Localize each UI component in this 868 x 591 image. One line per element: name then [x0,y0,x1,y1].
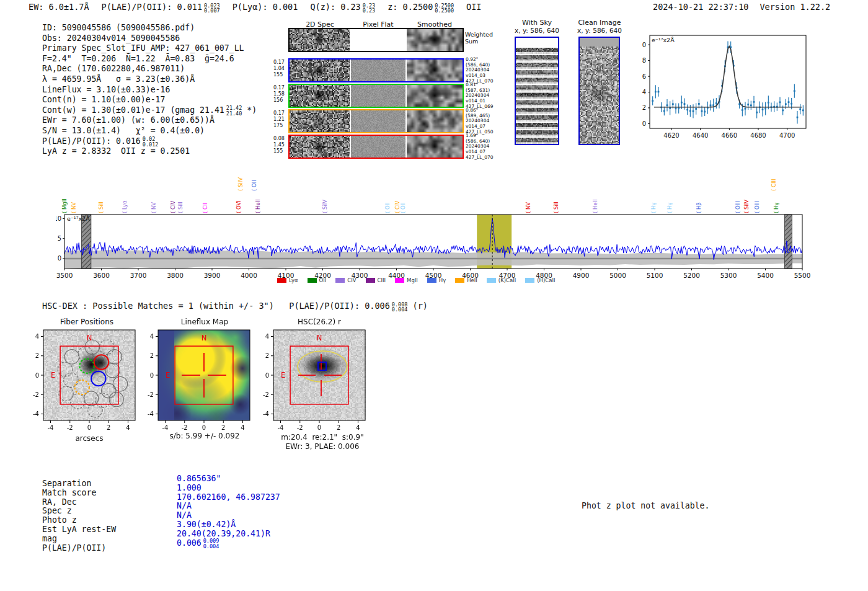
x-tick-label: 0 [202,424,206,431]
data-point [698,103,700,105]
summary-text: OII [466,2,481,12]
data-point [779,101,781,103]
spectrum-legend: LyαOIICIVCIIIMgIIHγHeII(K)CaII(H)CaII [277,277,564,283]
data-point [658,91,660,92]
data-point [684,103,686,105]
spec2d-cell-image [290,85,350,107]
x-tick-label: 2 [337,424,340,431]
spec2d-cell-image [351,110,405,132]
emission-line-label: ( Hβ [696,202,702,213]
east-label: E [281,371,285,380]
data-point [747,104,749,105]
legend-swatch [395,278,404,283]
emission-line-label: ( Lyα [122,200,128,213]
data-point [753,101,755,103]
photz-note: Phot z plot not available. [582,501,709,510]
match-value-text: 0.865636" [177,474,221,483]
fiber-weight-labels: 0.081.45155 [273,136,286,154]
x-tick-label: 4 [241,424,244,431]
selected-fiber-circle [91,371,105,386]
emission-line-label: ( Hγ [666,203,673,213]
spec2d-cell-image [407,60,463,81]
emission-line-label: ( OIII [735,201,741,213]
match-field-label: Separation [42,479,116,488]
x-tick-label: 5400 [757,272,774,279]
data-point [788,101,790,103]
info-text: F=2.4" T=0.206 N̄=1.22 Ā=0.83 ḡ=24.6 [42,54,234,63]
noise-band [64,250,802,269]
y-tick-label: 0 [35,372,39,379]
match-field-value: 3.90(±0.42)Å [177,520,280,529]
y-tick-label: 6 [642,73,646,80]
y-tick-label: 10 [642,42,646,48]
with-sky-image [516,38,558,144]
uncertainty-lower: 0.2500 [435,8,454,14]
data-point [663,110,665,112]
emission-line-label: ( SiIV [743,200,750,213]
fiber-2d-row [288,109,464,133]
fiber-weight-value: 0.17 [273,110,286,117]
panel-frame [273,330,365,420]
spec2d-cell-image [407,29,463,51]
x-tick-label: 3500 [56,272,73,279]
stacked-uncertainty: 0.0080.004 [392,302,408,313]
hsc-dex-text: HSC-DEX : Possible Matches = 1 (within +… [42,301,390,311]
y-tick-label: -4 [33,411,39,417]
masked-region [784,215,792,269]
aperture-ellipse [298,351,347,382]
match-value-text: 3.90(±0.42)Å [177,520,236,529]
detection-info-block: ID: 5090045586 (5090045586.pdf)Obs: 2024… [42,23,257,157]
emission-line-label: ( NV [151,202,157,213]
match-field-label: Spec z [42,506,116,515]
fiber-positions-overlay: 420-2-4-4-2024NE [25,318,149,442]
x-tick-label: 5200 [683,272,700,279]
fiber-weight-value: 155 [273,72,286,78]
y-tick-label: 4 [35,333,39,340]
data-point [666,104,668,106]
selected-fiber-circle [79,358,94,373]
data-point [762,109,764,110]
lineflux-overlay: 420-2-4-4-2024NE [143,318,267,442]
fiber-2d-row [288,58,464,82]
y-tick-label: 2 [35,352,39,359]
x-tick-label: 5000 [609,272,626,279]
fiber-circle [113,376,127,391]
hsc-dex-filter: (r) [407,301,428,311]
x-tick-label: 0 [87,424,91,431]
emission-line-label: ( OII [400,202,406,213]
with-sky-xy: x, y: 586, 640 [515,27,559,34]
fiber-weight-value: 0.17 [273,85,286,91]
match-value-text: N/A [177,510,192,520]
data-point [799,109,801,110]
x-tick-label: 3900 [204,272,221,279]
y-tick-label: 0 [58,255,61,262]
fiber-weight-labels: 0.171.58156 [273,85,286,104]
emission-line-label: ( SiII [177,202,184,213]
summary-text: EW: 6.0±1.7Å [29,2,89,12]
north-label: N [317,334,322,342]
info-line: LyA z = 2.8332 OII z = 0.2501 [42,146,257,157]
emission-line-label: ( OVI [236,200,242,213]
fiber-weight-value: 1.58 [273,91,286,97]
data-point [655,91,657,92]
emission-line-label: ( SiII [553,202,559,213]
match-table-labels: SeparationMatch scoreRA, DecSpec zPhoto … [42,479,116,552]
emission-line-label: ( CIV [170,201,176,213]
summary-text: z: 0.2500 [388,2,433,12]
match-field-value: 0.0060.0090.004 [177,538,280,548]
legend-item: (H)CaII [525,277,555,283]
info-text: EWr = 7.60(±1.00) (w: 6.00(±0.65))Å [42,115,215,125]
match-field-label: mag [42,534,116,543]
with-sky-title: With Skyx, y: 586, 640 [512,19,562,35]
data-point [701,110,703,112]
legend-item: Lyα [277,277,298,283]
info-line: P(LAE)/P(OII): 0.0160.020.012 [42,136,257,147]
info-line: Obs: 20240304v014_5090045586 [42,33,257,44]
y-tick-label: 2 [265,352,269,359]
info-line: Cont(w) = 1.30(±0.01)e-17 (gmag 21.4121.… [42,105,257,116]
uncertainty-lower: 0.004 [392,307,408,313]
data-point [715,102,717,104]
y-tick-label: 2 [150,352,154,359]
y-tick-label: 5 [58,235,61,242]
legend-item: (K)CaII [487,277,516,283]
